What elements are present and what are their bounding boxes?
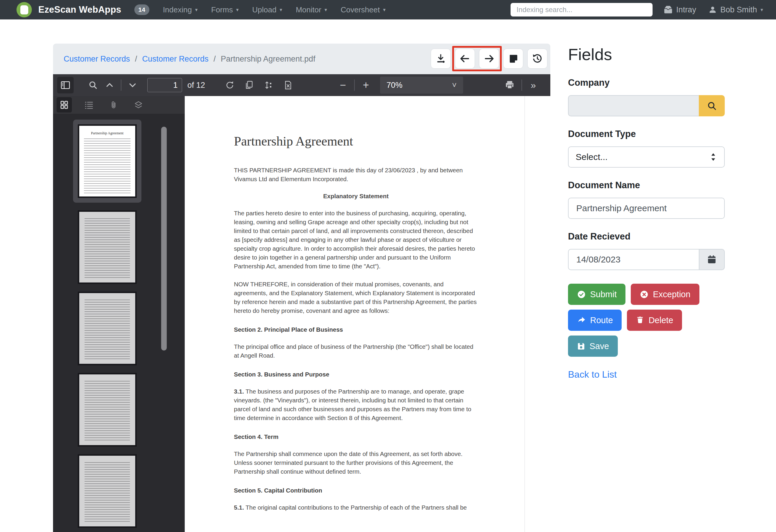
document-section-heading: Section 4. Term: [234, 433, 478, 440]
thumbnail-page-1-selected[interactable]: Partnership Agreement: [73, 120, 142, 203]
date-picker-button[interactable]: [700, 249, 725, 270]
indexing-search-input[interactable]: [511, 3, 652, 16]
x-circle-icon: [639, 290, 649, 299]
zoom-level-select[interactable]: 70% ˅: [380, 76, 463, 94]
note-button[interactable]: [503, 49, 523, 69]
breadcrumb-link-customer-records-2[interactable]: Customer Records: [142, 54, 209, 64]
page-number-input[interactable]: [147, 78, 182, 92]
document-paragraph: 3.1. The business and purposes of the Pa…: [234, 387, 478, 422]
user-menu[interactable]: Bob Smith ▾: [709, 5, 763, 14]
search-icon: [88, 80, 98, 90]
ezescan-logo-icon[interactable]: [16, 2, 32, 17]
document-paragraph: The Partnership shall commence upon the …: [234, 450, 478, 476]
exception-button[interactable]: Exception: [631, 284, 699, 305]
sticky-note-icon: [508, 54, 518, 64]
toggle-sidebar-button[interactable]: [57, 77, 74, 94]
chevron-up-icon: [105, 81, 114, 90]
indexing-count-badge: 14: [134, 4, 149, 15]
person-icon: [709, 6, 717, 14]
top-navbar: EzeScan WebApps 14 Indexing ▾ Forms ▾ Up…: [0, 0, 776, 19]
export-spreadsheet-button[interactable]: [280, 77, 297, 94]
previous-document-button[interactable]: [455, 49, 475, 69]
outline-view-button[interactable]: [81, 97, 96, 113]
route-forward-icon: [577, 316, 586, 325]
printer-icon: [505, 80, 515, 90]
document-type-label: Document Type: [568, 129, 725, 139]
breadcrumb-separator: /: [214, 54, 216, 64]
menu-forms[interactable]: Forms ▾: [211, 5, 239, 14]
caret-down-icon: ▾: [195, 7, 198, 12]
company-search-button[interactable]: [699, 95, 725, 116]
page-right-edge: [525, 96, 525, 532]
previous-page-button[interactable]: [102, 77, 118, 94]
clause-number: 3.1.: [234, 388, 244, 395]
document-paragraph: NOW THEREFORE, in consideration of their…: [234, 280, 478, 315]
document-paragraph: 5.1. The original capital contributions …: [234, 503, 478, 512]
breadcrumb: Customer Records / Customer Records / Pa…: [53, 44, 550, 74]
menu-upload[interactable]: Upload ▾: [252, 5, 282, 14]
find-in-document-button[interactable]: [85, 77, 102, 94]
print-button[interactable]: [502, 77, 518, 94]
zoom-out-button[interactable]: −: [335, 77, 351, 94]
thumbnail-page-3[interactable]: [78, 292, 137, 365]
caret-down-icon: ▾: [383, 7, 386, 12]
thumbnail-text-lines: [84, 462, 130, 523]
next-document-button[interactable]: [479, 49, 499, 69]
thumbnail-page-5[interactable]: [78, 454, 137, 528]
intray-link[interactable]: Intray: [664, 5, 696, 14]
arrow-right-icon: [484, 53, 495, 64]
menu-coversheet[interactable]: Coversheet ▾: [341, 5, 386, 14]
list-outline-icon: [84, 100, 94, 110]
thumbnail-page-1[interactable]: Partnership Agreement: [78, 124, 137, 198]
save-button[interactable]: Save: [568, 336, 618, 357]
document-name-label: Document Name: [568, 180, 725, 191]
thumbnail-text-lines: [84, 218, 130, 279]
document-paragraph: The parties hereto desire to enter into …: [234, 209, 478, 271]
document-name-input[interactable]: [568, 198, 725, 219]
vertical-scroll-icon: [264, 80, 273, 90]
thumbnail-list: Partnership Agreement: [53, 120, 162, 528]
document-section-heading: Section 3. Business and Purpose: [234, 371, 478, 378]
rotate-button[interactable]: [221, 77, 238, 94]
app-title[interactable]: EzeScan WebApps: [38, 4, 122, 15]
document-viewer-card: Customer Records / Customer Records / Pa…: [53, 44, 550, 532]
document-type-select[interactable]: Select...: [568, 146, 725, 168]
next-page-button[interactable]: [124, 77, 141, 94]
breadcrumb-link-customer-records-1[interactable]: Customer Records: [64, 54, 130, 64]
date-received-input[interactable]: [568, 249, 700, 270]
caret-down-icon: ▾: [325, 7, 327, 12]
menu-monitor[interactable]: Monitor ▾: [296, 5, 327, 14]
history-icon: [532, 53, 543, 64]
attachments-button[interactable]: [106, 97, 122, 113]
copy-pages-icon: [244, 80, 254, 90]
layers-button[interactable]: [131, 97, 146, 113]
download-button[interactable]: [431, 49, 451, 69]
document-title: Partnership Agreement: [234, 134, 485, 149]
thumbnails-view-button[interactable]: [56, 97, 72, 113]
document-section-heading: Section 5. Capital Contribution: [234, 487, 478, 494]
submit-button[interactable]: Submit: [568, 284, 625, 305]
thumbnail-text-lines: [84, 381, 130, 441]
secondary-toolbar-button[interactable]: »: [525, 77, 542, 94]
pdf-viewer-toolbar: of 12 −: [53, 74, 550, 96]
back-to-list-link[interactable]: Back to List: [568, 369, 617, 380]
thumbnail-page-2[interactable]: [78, 210, 137, 284]
menu-indexing[interactable]: Indexing ▾: [163, 5, 198, 14]
thumbnail-page-4[interactable]: [78, 373, 137, 447]
thumbnail-sidebar: Partnership Agreement: [53, 96, 185, 532]
toolbar-divider: [354, 79, 355, 91]
zoom-level-value: 70%: [387, 81, 402, 90]
paperclip-icon: [109, 101, 118, 109]
route-button[interactable]: Route: [568, 310, 622, 331]
delete-button[interactable]: Delete: [627, 310, 682, 331]
thumbnail-scrollbar[interactable]: [161, 127, 167, 351]
inbox-icon: [664, 5, 672, 14]
company-input[interactable]: [568, 95, 699, 116]
copy-pages-button[interactable]: [241, 77, 257, 94]
scroll-mode-button[interactable]: [260, 77, 277, 94]
rotate-clockwise-icon: [225, 80, 234, 90]
history-button[interactable]: [527, 49, 547, 69]
trash-icon: [636, 316, 644, 325]
toolbar-divider: [121, 79, 122, 91]
zoom-in-button[interactable]: +: [358, 77, 374, 94]
